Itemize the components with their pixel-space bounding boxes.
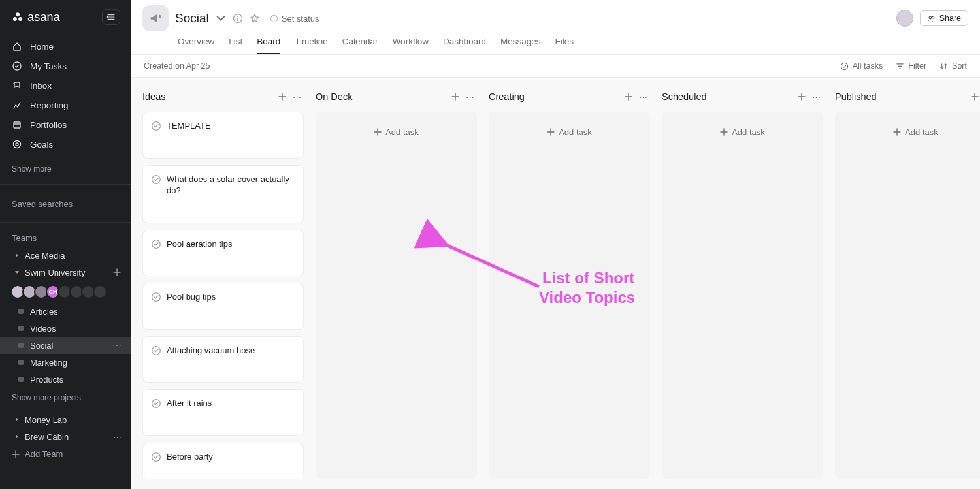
tab-workflow[interactable]: Workflow [393,33,429,54]
column-title[interactable]: Scheduled [662,91,794,102]
add-task-label: Add task [905,127,938,137]
project-label: Social [30,341,53,351]
complete-task-icon[interactable] [151,398,161,409]
column-title[interactable]: On Deck [316,91,448,102]
team-brew-cabin[interactable]: Brew Cabin ⋯ [0,428,131,445]
svg-point-12 [841,63,847,69]
task-card[interactable]: Attaching vacuum hose [142,336,304,383]
sidebar-item-reporting[interactable]: Reporting [0,95,131,115]
plus-icon [547,128,555,136]
add-to-team-icon[interactable] [112,268,122,277]
more-icon[interactable]: ⋯ [113,432,122,442]
sort-button[interactable]: Sort [939,61,967,71]
team-label: Swim University [25,268,85,277]
column-title[interactable]: Ideas [142,91,275,102]
sidebar-item-home[interactable]: Home [0,37,131,56]
info-icon[interactable] [233,13,243,24]
collapse-sidebar-button[interactable] [102,9,120,25]
add-task-button[interactable]: Add task [840,117,980,147]
svg-rect-4 [14,122,20,128]
column-creating: Creating⋯Add task [489,88,650,479]
project-articles[interactable]: Articles⋯ [0,303,131,320]
project-icon[interactable] [142,5,169,31]
add-team-label: Add Team [25,449,63,459]
project-tabs: OverviewListBoardTimelineCalendarWorkflo… [178,33,968,54]
task-card[interactable]: Before party [142,443,304,479]
task-card[interactable]: TEMPLATE [142,112,304,159]
add-task-button[interactable]: Add task [667,117,818,147]
star-icon[interactable] [250,13,260,24]
filter-button[interactable]: Filter [896,61,926,71]
column-body[interactable]: Add task [835,112,980,479]
sidebar-item-my-tasks[interactable]: My Tasks [0,56,131,76]
tab-overview[interactable]: Overview [178,33,214,54]
complete-task-icon[interactable] [151,121,161,131]
project-marketing[interactable]: Marketing⋯ [0,354,131,371]
team-money-lab[interactable]: Money Lab [0,411,131,428]
column-body[interactable]: Add task [316,112,477,479]
project-title[interactable]: Social [175,11,209,25]
column-more-icon[interactable]: ⋯ [463,89,477,104]
tab-messages[interactable]: Messages [500,33,541,54]
add-task-button[interactable]: Add task [494,117,645,147]
sidebar-item-portfolios[interactable]: Portfolios [0,115,131,134]
svg-rect-9 [237,18,238,21]
task-title: What does a solar cover actually do? [167,174,295,197]
column-more-icon[interactable]: ⋯ [636,89,650,104]
all-tasks-filter[interactable]: All tasks [840,61,883,71]
column-title[interactable]: Creating [489,91,621,102]
reporting-icon [12,100,22,110]
inbox-icon [12,80,22,91]
sidebar-item-inbox[interactable]: Inbox [0,76,131,95]
more-icon[interactable]: ⋯ [112,340,122,351]
team-swim-university[interactable]: Swim University [0,264,131,281]
plus-icon [720,128,728,136]
add-task-icon[interactable] [448,89,463,104]
saved-searches-heading[interactable]: Saved searches [0,187,131,213]
tab-calendar[interactable]: Calendar [342,33,378,54]
sidebar-item-label: Goals [30,140,53,150]
current-user-avatar[interactable] [896,10,913,27]
add-task-icon[interactable] [621,89,636,104]
share-button[interactable]: Share [920,10,968,26]
add-task-button[interactable]: Add task [321,117,472,147]
complete-task-icon[interactable] [151,452,161,462]
show-more-projects[interactable]: Show more projects [0,388,131,411]
column-body[interactable]: Add task [489,112,650,479]
column-more-icon[interactable]: ⋯ [809,89,823,104]
chevron-down-icon[interactable] [216,13,226,24]
complete-task-icon[interactable] [151,345,161,356]
column-body[interactable]: TEMPLATEWhat does a solar cover actually… [142,112,304,479]
tab-dashboard[interactable]: Dashboard [443,33,486,54]
project-color-dot [18,360,24,365]
complete-task-icon[interactable] [151,174,161,185]
sidebar-item-label: Reporting [30,101,69,110]
add-task-icon[interactable] [794,89,809,104]
complete-task-icon[interactable] [151,239,161,249]
sidebar-show-more[interactable]: Show more [0,158,131,184]
column-body[interactable]: Add task [662,112,823,479]
tab-files[interactable]: Files [555,33,574,54]
task-card[interactable]: What does a solar cover actually do? [142,165,304,223]
column-more-icon[interactable]: ⋯ [289,89,304,104]
team-ace-media[interactable]: Ace Media [0,247,131,264]
task-card[interactable]: Pool aeration tips [142,230,304,277]
task-card[interactable]: Pool bug tips [142,283,304,330]
column-title[interactable]: Published [835,91,968,102]
complete-task-icon[interactable] [151,292,161,302]
project-videos[interactable]: Videos⋯ [0,320,131,337]
project-social[interactable]: Social⋯ [0,337,131,354]
tab-board[interactable]: Board [257,33,280,54]
avatar[interactable] [93,285,107,299]
sidebar-item-goals[interactable]: Goals [0,134,131,154]
task-card[interactable]: After it rains [142,389,304,436]
board-toolbar: Created on Apr 25 All tasks Filter Sort [131,55,980,78]
brand-logo[interactable]: asana [12,10,60,24]
set-status-button[interactable]: Set status [270,14,319,24]
tab-list[interactable]: List [229,33,242,54]
tab-timeline[interactable]: Timeline [295,33,328,54]
project-products[interactable]: Products⋯ [0,371,131,388]
add-task-icon[interactable] [275,89,289,104]
add-team-button[interactable]: Add Team [0,445,131,463]
add-task-icon[interactable] [968,89,980,104]
